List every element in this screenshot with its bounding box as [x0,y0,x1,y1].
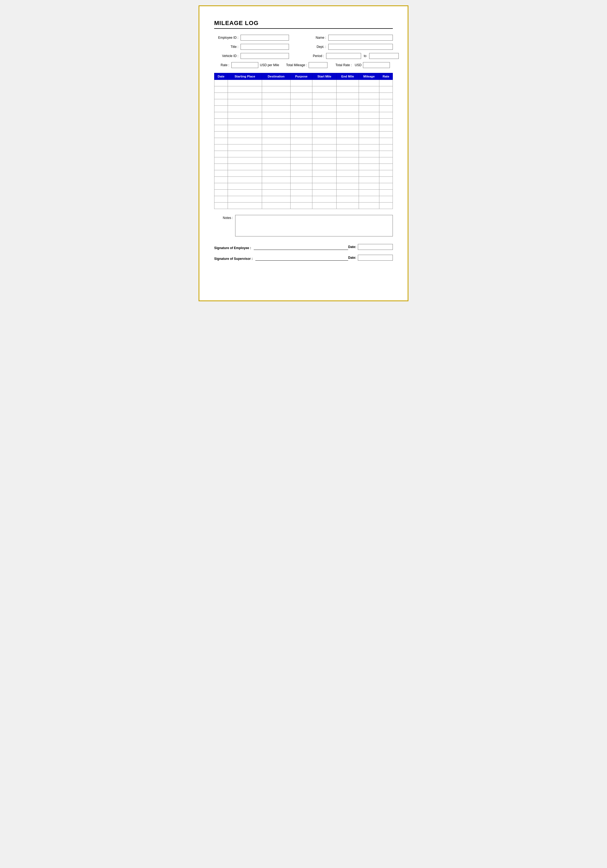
table-cell [290,164,312,170]
table-cell [262,80,290,86]
title-section: MILEAGE LOG [214,20,393,29]
table-row [214,112,393,119]
table-cell [290,196,312,203]
table-cell [359,144,379,151]
title-divider [214,28,393,29]
period-group: Period : to [300,53,399,59]
table-cell [359,106,379,112]
table-cell [379,164,393,170]
form-row-1: Employee ID : Name : [214,35,393,40]
vehicle-id-label: Vehicle ID : [214,54,238,58]
table-cell [379,119,393,125]
table-cell [214,151,228,157]
table-row [214,170,393,177]
table-cell [312,190,337,196]
page-title: MILEAGE LOG [214,20,393,26]
employee-date-input[interactable] [358,244,393,250]
col-date: Date [214,73,228,80]
vehicle-id-group: Vehicle ID : [214,53,289,59]
table-header-row: Date Starting Place Destination Purpose … [214,73,393,80]
table-cell [379,157,393,164]
supervisor-sig-label: Signature of Supervisor : [214,257,253,260]
table-cell [336,164,359,170]
period-start-input[interactable] [326,53,361,59]
table-cell [214,196,228,203]
table-row [214,132,393,138]
table-cell [379,144,393,151]
table-cell [336,80,359,86]
table-cell [262,93,290,99]
table-cell [312,132,337,138]
supervisor-date-label: Date: [348,256,356,260]
table-row [214,119,393,125]
table-cell [312,177,337,183]
rate-input[interactable] [231,62,258,68]
table-cell [214,170,228,177]
title-input[interactable] [241,44,289,50]
table-cell [228,119,262,125]
mileage-log-page: MILEAGE LOG Employee ID : Name : Title :… [199,5,408,301]
vehicle-id-input[interactable] [241,53,289,59]
table-cell [214,138,228,144]
table-cell [214,93,228,99]
table-cell [379,125,393,132]
table-cell [379,196,393,203]
table-cell [379,183,393,190]
table-cell [312,144,337,151]
table-row [214,151,393,157]
table-cell [228,203,262,209]
table-row [214,177,393,183]
name-input[interactable] [328,35,393,40]
name-group: Name : [302,35,393,40]
table-cell [379,93,393,99]
table-cell [228,190,262,196]
table-cell [290,86,312,93]
table-cell [290,93,312,99]
table-cell [312,183,337,190]
table-cell [379,86,393,93]
table-cell [214,183,228,190]
table-cell [262,196,290,203]
col-purpose: Purpose [290,73,312,80]
table-cell [336,119,359,125]
table-row [214,138,393,144]
table-row [214,125,393,132]
table-cell [359,125,379,132]
table-cell [290,151,312,157]
dept-input[interactable] [328,44,393,50]
form-row-3: Vehicle ID : Period : to [214,53,393,59]
table-cell [214,99,228,106]
notes-textarea[interactable] [235,215,393,236]
table-cell [359,112,379,119]
period-end-input[interactable] [369,53,399,59]
table-cell [262,106,290,112]
table-cell [312,80,337,86]
table-row [214,190,393,196]
col-start-mile: Start Mile [312,73,337,80]
table-cell [359,190,379,196]
col-destination: Destination [262,73,290,80]
table-cell [312,99,337,106]
total-rate-input[interactable] [363,62,390,68]
table-cell [228,93,262,99]
table-cell [214,144,228,151]
table-cell [262,157,290,164]
table-cell [336,203,359,209]
usd-label: USD [355,63,361,67]
table-cell [336,151,359,157]
total-mileage-input[interactable] [309,62,328,68]
table-cell [290,125,312,132]
table-cell [336,93,359,99]
supervisor-date-input[interactable] [358,255,393,260]
table-cell [262,190,290,196]
period-label: Period : [300,54,324,58]
table-cell [379,190,393,196]
table-row [214,203,393,209]
table-cell [262,138,290,144]
table-cell [290,144,312,151]
table-cell [379,112,393,119]
table-cell [228,170,262,177]
table-cell [312,112,337,119]
employee-id-input[interactable] [241,35,289,40]
table-cell [214,86,228,93]
